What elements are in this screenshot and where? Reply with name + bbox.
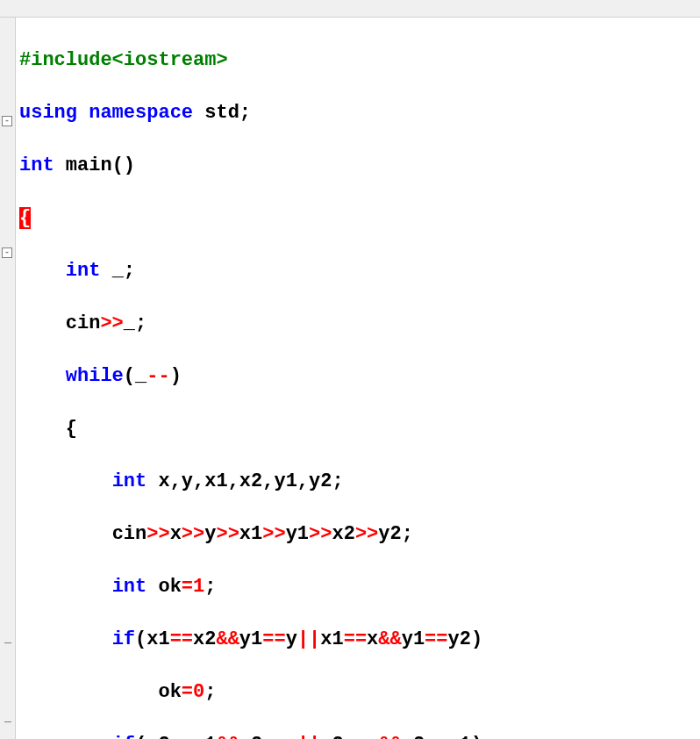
code-line: using namespace std;: [19, 100, 700, 126]
editor-topbar: [0, 0, 700, 18]
code-line: int main(): [19, 153, 700, 179]
code-content[interactable]: #include<iostream> using namespace std; …: [16, 18, 700, 739]
preprocessor-directive: #include<iostream>: [19, 49, 228, 71]
fold-box[interactable]: -: [2, 248, 12, 258]
fold-dash: [4, 721, 11, 722]
code-line: ok=0;: [19, 679, 700, 706]
code-line: while(_--): [19, 363, 700, 390]
code-line: if(x2==x1&&y2==y||x2==x&&y2==y1): [19, 732, 700, 739]
code-line: int x,y,x1,x2,y1,y2;: [19, 469, 700, 495]
code-line: cin>>x>>y>>x1>>y1>>x2>>y2;: [19, 521, 700, 548]
brace-open-highlighted: {: [19, 207, 31, 229]
code-editor: - - #include<iostream> using namespace s…: [0, 18, 700, 739]
fold-dash: [4, 642, 11, 643]
fold-box[interactable]: -: [2, 116, 12, 126]
code-line: if(x1==x2&&y1==y||x1==x&&y1==y2): [19, 627, 700, 653]
code-line: #include<iostream>: [19, 47, 700, 74]
code-line: int ok=1;: [19, 574, 700, 600]
fold-gutter: - -: [0, 18, 16, 739]
code-line: {: [19, 205, 700, 232]
code-line: cin>>_;: [19, 311, 700, 337]
code-line: {: [19, 416, 700, 442]
code-line: int _;: [19, 258, 700, 284]
